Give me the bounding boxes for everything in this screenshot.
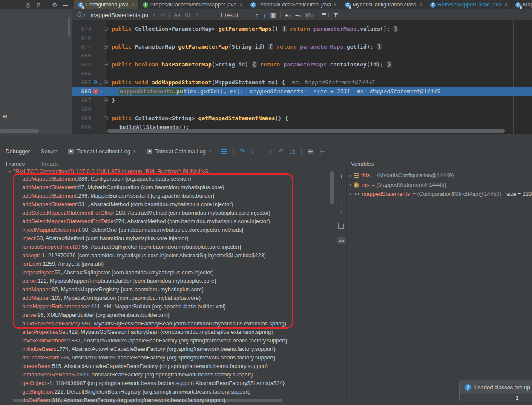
search-input[interactable]: mappedStatements.pu bbox=[91, 12, 149, 18]
close-icon[interactable]: × bbox=[239, 2, 242, 8]
notification-footer: 1 bbox=[460, 394, 532, 402]
select-all-occurrences-icon[interactable]: ▣ bbox=[270, 11, 276, 18]
close-icon[interactable]: × bbox=[132, 2, 135, 8]
fold-marker-icon[interactable]: − bbox=[104, 27, 108, 31]
close-icon[interactable]: × bbox=[133, 148, 136, 155]
gear-icon[interactable]: ⚙ bbox=[52, 2, 57, 8]
filter-icon[interactable] bbox=[333, 12, 339, 18]
debugger-tab[interactable]: ▶Tomcat Localhost Log× bbox=[63, 144, 141, 158]
multiline-search-icon[interactable]: I bbox=[322, 13, 329, 17]
close-icon[interactable]: × bbox=[419, 2, 422, 8]
fold-marker-icon[interactable]: − bbox=[104, 116, 108, 120]
variable-row[interactable]: ›this= {MybatisConfiguration@14449} bbox=[349, 171, 454, 180]
evaluate-expression-icon[interactable]: ▦ bbox=[308, 147, 313, 155]
clear-search-icon[interactable]: × bbox=[152, 12, 156, 18]
editor-tab[interactable]: CMybatisConfiguration.class× bbox=[341, 0, 426, 9]
tab-frames[interactable]: Frames bbox=[6, 161, 25, 167]
regex-icon[interactable]: .* bbox=[194, 12, 198, 18]
variable-name: this bbox=[361, 171, 370, 180]
next-occurrence-icon[interactable]: ↓ bbox=[263, 11, 266, 19]
close-icon[interactable]: × bbox=[504, 2, 507, 8]
lock-badge bbox=[520, 6, 522, 9]
duplicate-icon[interactable] bbox=[339, 224, 344, 229]
newline-icon[interactable]: ↵ bbox=[160, 12, 165, 18]
stack-frame[interactable]: lambda$doGetBean$0:320, AbstractBeanFact… bbox=[22, 371, 253, 379]
search-history-caret-icon[interactable]: ▾ bbox=[83, 13, 86, 17]
stack-frame[interactable]: getSingleton:222, DefaultSingletonBeanRe… bbox=[22, 388, 251, 396]
remove-occurrence-icon[interactable]: −II bbox=[295, 11, 301, 19]
variables-title: Variables bbox=[351, 161, 374, 167]
override-marker-icon[interactable] bbox=[94, 80, 97, 84]
editor-tab[interactable]: CMapperMethod.java× bbox=[512, 0, 532, 9]
move-up-icon[interactable]: ▲ bbox=[339, 201, 343, 205]
step-out-icon[interactable]: ↑ bbox=[269, 148, 273, 155]
whole-words-icon[interactable]: W bbox=[185, 12, 190, 18]
check-occurrences-icon[interactable]: ☑II bbox=[305, 12, 313, 18]
frame-location: :-1, 1184636987 {org.springframework.bea… bbox=[46, 380, 285, 386]
variables-toolbar: + − ▲ ▼ OO bbox=[336, 169, 347, 405]
stack-frame[interactable]: afterPropertiesSet:429, MybatisSqlSessio… bbox=[22, 328, 273, 336]
editor-tab[interactable]: CProposalLocalServiceImpl.java× bbox=[247, 0, 341, 9]
add-occurrence-icon[interactable]: +II bbox=[285, 11, 291, 19]
stack-frame[interactable]: doCreateBean:593, AbstractAutowireCapabl… bbox=[22, 353, 276, 362]
match-case-icon[interactable]: Aa bbox=[174, 12, 181, 18]
debugger-tab[interactable]: Debugger bbox=[0, 144, 35, 158]
remove-watch-icon[interactable]: − bbox=[339, 184, 343, 190]
breakpoint-icon[interactable]: ✓ bbox=[93, 89, 98, 94]
frames-vertical-scrollbar[interactable] bbox=[330, 171, 334, 204]
force-step-into-icon[interactable]: ↓ bbox=[260, 148, 264, 155]
info-icon: i bbox=[465, 384, 471, 391]
target-icon[interactable]: ◎ bbox=[26, 2, 30, 8]
editor-horizontal-scrollbar[interactable] bbox=[107, 129, 505, 133]
variable-row[interactable]: ›OOmappedStatements= {Configuration$Stri… bbox=[349, 190, 532, 198]
frame-location: :1774, AbstractAutowireCapableBeanFactor… bbox=[55, 346, 276, 352]
expand-chevron-icon[interactable]: › bbox=[349, 181, 351, 189]
debug-menu-icon[interactable] bbox=[221, 149, 227, 154]
fold-marker-icon[interactable]: − bbox=[104, 45, 108, 49]
code-editor[interactable]: 673−public Collection<ParameterMap> getP… bbox=[72, 20, 532, 134]
step-over-icon[interactable]: ↷ bbox=[240, 147, 245, 155]
close-icon[interactable]: × bbox=[208, 148, 212, 155]
annotation-rectangle bbox=[13, 173, 293, 329]
tab-threads[interactable]: Threads bbox=[38, 161, 59, 167]
tab-label: Tomcat Catalina Log bbox=[155, 148, 206, 155]
editor-tab[interactable]: IProposalCachedVersionMapper.java× bbox=[139, 0, 247, 9]
variable-name: mappedStatements bbox=[362, 190, 410, 198]
line-number: 676 bbox=[72, 33, 91, 42]
tab-label: Server bbox=[41, 148, 57, 155]
expand-chevron-icon[interactable]: › bbox=[349, 190, 351, 198]
editor-tab[interactable]: CConfiguration.java× bbox=[74, 0, 139, 9]
stack-frame[interactable]: invokeInitMethods:1837, AbstractAutowire… bbox=[22, 336, 288, 345]
stack-frame[interactable]: initializeBean:1774, AbstractAutowireCap… bbox=[22, 345, 275, 353]
left-panel-vertical-scrollbar[interactable] bbox=[68, 17, 70, 37]
this-icon bbox=[354, 173, 359, 178]
thread-dropdown-icon[interactable]: ▾ bbox=[9, 169, 11, 174]
minimize-icon[interactable]: — bbox=[63, 2, 68, 8]
previous-occurrence-icon[interactable]: ↑ bbox=[255, 11, 259, 19]
close-icon[interactable]: × bbox=[334, 2, 337, 8]
debugger-tab[interactable]: ▶Tomcat Catalina Log× bbox=[141, 144, 217, 158]
stack-frame[interactable]: doGetBean:318, AbstractBeanFactory {org.… bbox=[22, 396, 225, 405]
line-number: 688 bbox=[72, 105, 91, 114]
step-into-icon[interactable]: ↓ bbox=[251, 148, 254, 155]
editor-tab[interactable]: CRefreshMapperCache.java× bbox=[426, 0, 512, 9]
stack-frame[interactable]: getObject:-1, 1184636987 {org.springfram… bbox=[22, 379, 285, 388]
fold-marker-icon[interactable]: − bbox=[104, 98, 108, 102]
variable-row[interactable]: ›pms= {MappedStatement@14445} bbox=[349, 181, 446, 189]
notification-balloon[interactable]: i Loaded classes are up t 1 bbox=[459, 380, 532, 402]
fold-marker-icon[interactable]: − bbox=[104, 80, 108, 84]
left-panel-horizontal-scrollbar[interactable] bbox=[0, 129, 39, 133]
search-match-highlight: mappedStatements.pu bbox=[119, 88, 184, 95]
run-to-cursor-icon[interactable]: ↓ɪ bbox=[290, 148, 295, 155]
show-watches-icon[interactable]: OO bbox=[337, 237, 346, 244]
debugger-tab[interactable]: Server bbox=[35, 144, 63, 158]
layout-settings-icon[interactable]: ▤ bbox=[319, 147, 325, 155]
fold-marker-icon[interactable]: − bbox=[104, 63, 108, 66]
search-result-count: 1 result bbox=[220, 12, 239, 18]
expand-chevron-icon[interactable]: › bbox=[349, 171, 351, 180]
add-watch-icon[interactable]: + bbox=[339, 173, 343, 179]
move-down-icon[interactable]: ▼ bbox=[339, 210, 343, 215]
splitter-icon[interactable]: ⇵ bbox=[36, 2, 40, 8]
drop-frame-icon[interactable]: ↶ bbox=[279, 147, 284, 155]
stack-frame[interactable]: createBean:515, AbstractAutowireCapableB… bbox=[22, 362, 268, 371]
